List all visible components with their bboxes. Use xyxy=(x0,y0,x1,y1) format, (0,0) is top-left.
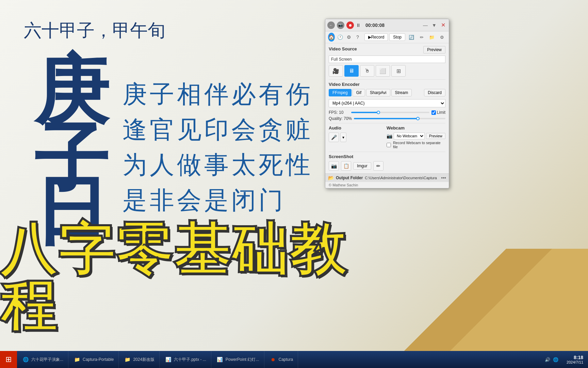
captura-title-left: ← 📷 ⏺ ⏸ 00:00:08 xyxy=(327,21,422,29)
record-btn[interactable]: ⏺ xyxy=(346,21,354,29)
fps-track[interactable] xyxy=(351,112,429,113)
clock-time: 8:18 xyxy=(567,355,583,360)
bottom-title: 八字零基础教程 xyxy=(0,221,391,334)
quality-fill xyxy=(354,118,418,119)
back-btn[interactable]: ← xyxy=(327,21,335,29)
folder-icon-btn[interactable]: 📁 xyxy=(428,33,436,41)
fps-slider-row: FPS: 10 Limit xyxy=(329,110,445,115)
enc-tab-sharpavi[interactable]: SharpAvi xyxy=(366,89,390,96)
taskbar-item-powerpoint[interactable]: 📊 PowerPoint 幻灯... xyxy=(211,351,264,368)
taskbar-label-captura-portable: Captura-Portable xyxy=(83,357,114,362)
enc-tab-discard[interactable]: Discard xyxy=(424,89,445,96)
video-source-header: Video Source Preview xyxy=(329,46,445,53)
taskbar-item-2024[interactable]: 📁 2024新改版 xyxy=(119,351,160,368)
taskbar-item-chrome[interactable]: 🌐 六十花甲子演象... xyxy=(17,351,68,368)
taskbar-item-captura[interactable]: ⏺ Captura xyxy=(264,351,298,368)
screenshot-edit-btn[interactable]: ✏ xyxy=(373,161,383,171)
timer-display: 00:00:08 xyxy=(365,22,385,28)
clock-date: 2024/7/11 xyxy=(567,360,583,364)
quality-slider-row: Quality: 70% xyxy=(329,116,445,121)
captura-window: ← 📷 ⏺ ⏸ 00:00:08 — ▼ ✕ 🏠 🕐 ⚙ ? ▶Record S… xyxy=(325,19,449,188)
output-folder-label: Output Folder xyxy=(336,175,363,180)
refresh-icon-btn[interactable]: 🔄 xyxy=(407,33,415,41)
bottom-banner: 八字零基础教程 xyxy=(0,221,391,334)
source-webcam-btn[interactable]: 🎥 xyxy=(329,65,343,77)
captura-panel: Video Source Preview 🎥 🖥 🖱 ⬜ ⊞ Video Enc… xyxy=(325,43,449,173)
quality-track[interactable] xyxy=(354,118,445,119)
folder-2024-icon: 📁 xyxy=(124,356,131,363)
taskbar-item-pptx[interactable]: 📊 六十甲子.pptx - ... xyxy=(160,351,211,368)
webcam-select[interactable]: No Webcam xyxy=(394,133,425,139)
audio-dropdown-btn[interactable]: ▼ xyxy=(340,133,346,142)
gear2-icon-btn[interactable]: ⚙ xyxy=(438,33,446,41)
edit-icon-btn[interactable]: ✏ xyxy=(418,33,426,41)
video-source-input[interactable] xyxy=(329,56,445,63)
taskbar-label-2024: 2024新改版 xyxy=(133,357,154,363)
webcam-preview-btn[interactable]: Preview xyxy=(426,133,445,139)
source-monitor-btn[interactable]: 🖱 xyxy=(360,65,374,77)
source-icon-row: 🎥 🖥 🖱 ⬜ ⊞ xyxy=(329,65,445,77)
poem-line-2: 逢官见印会贪赃 xyxy=(122,114,313,146)
toolbar-right: 🔄 ✏ 📁 ⚙ xyxy=(407,33,446,41)
webcam-select-row: 📷 No Webcam Preview xyxy=(387,133,445,139)
divider-1 xyxy=(329,79,445,80)
format-select[interactable]: Mp4 (x264 | AAC) xyxy=(329,99,445,107)
taskbar-label-chrome: 六十花甲子演象... xyxy=(31,357,63,363)
screenshot-icons: 📷 📋 Imgur ✏ xyxy=(329,161,445,171)
settings-icon-btn[interactable]: ⚙ xyxy=(345,33,352,42)
fps-thumb xyxy=(377,111,380,114)
camera-btn[interactable]: 📷 xyxy=(337,21,344,29)
captura-titlebar: ← 📷 ⏺ ⏸ 00:00:08 — ▼ ✕ xyxy=(325,19,449,31)
output-path: C:\Users\Administrator\Documents\Captura xyxy=(365,176,439,180)
help-icon-btn[interactable]: ? xyxy=(354,33,361,42)
enc-tab-stream[interactable]: Stream xyxy=(391,89,412,96)
source-region-btn[interactable]: ⬜ xyxy=(376,65,390,77)
window-controls: — ▼ ✕ xyxy=(422,21,447,29)
format-select-row: Mp4 (x264 | AAC) xyxy=(329,99,445,107)
decorative-stripe xyxy=(384,249,588,351)
output-menu-btn[interactable]: ••• xyxy=(441,175,446,181)
home-icon-btn[interactable]: 🏠 xyxy=(328,33,335,42)
systray: 🔊 🌐 xyxy=(541,357,562,362)
fps-limit-checkbox[interactable] xyxy=(431,110,436,115)
captura-icon: ⏺ xyxy=(269,356,277,363)
audio-mic-btn[interactable]: 🎤 xyxy=(329,133,339,142)
screenshot-btn-2[interactable]: 📋 xyxy=(341,161,351,171)
start-button[interactable]: ⊞ xyxy=(0,351,17,368)
audio-webcam-row: Audio 🎤 ▼ Webcam 📷 No Webcam Preview xyxy=(329,125,445,149)
source-fullscreen-btn[interactable]: 🖥 xyxy=(344,65,359,77)
divider-3 xyxy=(329,152,445,152)
enc-tab-ffmpeg[interactable]: FFmpeg xyxy=(329,89,352,96)
fps-limit: Limit xyxy=(431,110,445,115)
encoder-tab-row: FFmpeg Gif SharpAvi Stream Discard xyxy=(329,89,445,96)
enc-tab-gif[interactable]: Gif xyxy=(353,89,365,96)
record-stop-btns: ▶Record Stop xyxy=(364,33,405,41)
captura-toolbar: 🏠 🕐 ⚙ ? ▶Record Stop 🔄 ✏ 📁 ⚙ xyxy=(325,31,449,43)
record-label-btn[interactable]: ▶Record xyxy=(364,33,388,41)
minimize-btn[interactable]: — xyxy=(422,21,429,29)
pause-btn[interactable]: ⏸ xyxy=(356,22,361,28)
imgur-btn[interactable]: Imgur xyxy=(353,162,371,170)
poem-line-3: 为人做事太死性 xyxy=(122,149,313,181)
taskbar-item-captura-portable[interactable]: 📁 Captura-Portable xyxy=(68,351,119,368)
poem-line-4: 是非会是闭门 xyxy=(122,184,313,216)
video-preview-btn[interactable]: Preview xyxy=(423,46,445,53)
record-webcam-checkbox[interactable] xyxy=(387,143,391,147)
top-heading: 六十甲子，甲午旬 xyxy=(24,19,165,43)
record-webcam-label: Record Webcam to separate file xyxy=(393,141,445,149)
stop-btn[interactable]: Stop xyxy=(389,33,405,41)
poem-line-1: 庚子相伴必有伤 xyxy=(122,78,313,110)
source-window-btn[interactable]: ⊞ xyxy=(391,65,406,77)
output-folder-icon: 📂 xyxy=(328,175,334,181)
close-btn[interactable]: ✕ xyxy=(439,21,447,29)
clock-icon-btn[interactable]: 🕐 xyxy=(337,33,344,42)
taskbar-label-captura: Captura xyxy=(279,357,293,362)
dropdown-btn[interactable]: ▼ xyxy=(430,21,438,29)
record-webcam-row: Record Webcam to separate file xyxy=(387,141,445,149)
chrome-icon: 🌐 xyxy=(22,356,29,363)
audio-col: Audio 🎤 ▼ xyxy=(329,125,382,149)
screenshot-btn-1[interactable]: 📷 xyxy=(329,161,339,171)
quality-thumb xyxy=(416,117,420,120)
webcam-label: Webcam xyxy=(387,125,445,131)
quality-label: Quality: 70% xyxy=(329,116,352,121)
